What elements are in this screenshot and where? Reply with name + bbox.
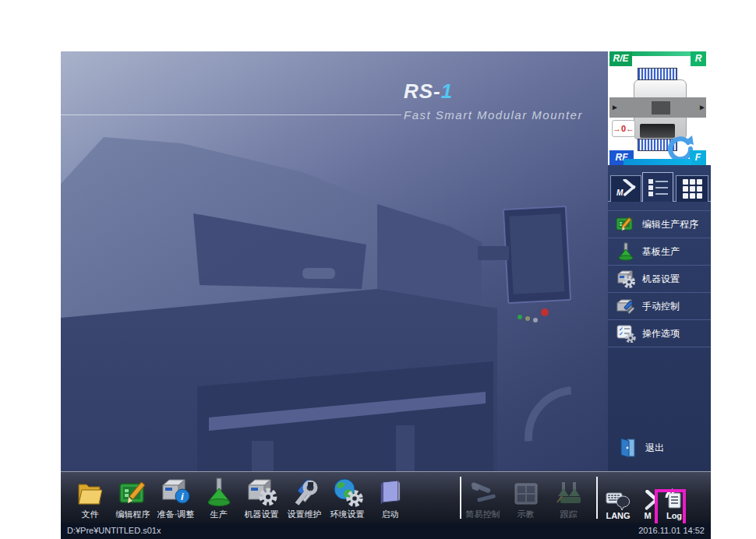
toolbar-item-label: 准备·调整 bbox=[154, 509, 197, 520]
grid-menu-icon bbox=[683, 179, 702, 199]
edit-program-icon bbox=[616, 214, 636, 234]
machine-gear-icon bbox=[240, 476, 283, 507]
machine-photo-monitor-arm bbox=[478, 246, 509, 260]
toolbar-separator bbox=[596, 477, 598, 519]
toolbar-item-label: 设置维护 bbox=[283, 509, 326, 520]
toolbar-item-label: 示教 bbox=[504, 509, 547, 520]
toolbar-item-label: 跟踪 bbox=[547, 509, 590, 520]
toolbar-item-startup[interactable]: 启动 bbox=[369, 476, 412, 520]
operation-options-icon: ✓ ✓ bbox=[616, 323, 636, 343]
task-list-icon bbox=[648, 178, 668, 198]
board-production-icon bbox=[616, 241, 636, 262]
tab-task-list[interactable] bbox=[642, 172, 673, 202]
toolbar-item-label: LANG bbox=[601, 511, 635, 520]
exit-door-icon bbox=[617, 438, 638, 458]
svg-text:i: i bbox=[181, 491, 184, 502]
toolbar-item-label: 启动 bbox=[369, 509, 412, 520]
sidebar-item-operation-options[interactable]: ✓ ✓ 操作选项 bbox=[608, 320, 711, 347]
machine-photo-button bbox=[525, 316, 530, 321]
toolbar-item-label: 编辑程序 bbox=[111, 509, 154, 520]
product-branding: RS-1 Fast Smart Modular Mounter bbox=[404, 79, 583, 122]
machine-photo-button bbox=[533, 318, 538, 322]
toolbar-item-log[interactable]: Log bbox=[660, 487, 688, 520]
tab-machine-tools[interactable]: M bbox=[610, 175, 641, 202]
folder-icon bbox=[69, 476, 111, 507]
toolbar-item-simple-control: 简易控制 bbox=[461, 476, 504, 520]
exit-label: 退出 bbox=[645, 442, 664, 455]
tools-icon bbox=[283, 476, 326, 507]
toolbar-item-label: 文件 bbox=[69, 509, 111, 520]
machine-photo-leg bbox=[252, 441, 274, 471]
toolbar-item-language[interactable]: LANG bbox=[601, 487, 635, 520]
toolbar-item-label: 机器设置 bbox=[240, 509, 283, 520]
language-icon bbox=[601, 487, 635, 510]
sidebar-item-machine-settings[interactable]: 机器设置 bbox=[608, 266, 711, 293]
sidebar-item-label: 机器设置 bbox=[642, 273, 680, 286]
machine-status-schematic: R/E R ► ► →0← RF F bbox=[608, 51, 711, 165]
toolbar-item-trace: 跟踪 bbox=[547, 476, 590, 520]
model-suffix: 1 bbox=[441, 79, 453, 103]
product-model: RS-1 bbox=[404, 79, 583, 104]
window-panes-icon bbox=[504, 476, 547, 507]
sidebar-item-label: 编辑生产程序 bbox=[642, 218, 698, 231]
machine-tools-icon: M bbox=[616, 179, 636, 199]
sidebar-menu-items: 编辑生产程序 基板生产 bbox=[608, 210, 711, 347]
rear-feeder-bank bbox=[638, 68, 677, 80]
front-lane-bar bbox=[624, 159, 691, 165]
main-content-area: RS-1 Fast Smart Modular Mounter bbox=[61, 51, 608, 471]
toolbar-item-prepare-adjust[interactable]: i 准备·调整 bbox=[154, 476, 197, 520]
sidebar: R/E R ► ► →0← RF F bbox=[608, 51, 711, 471]
app-window: RS-1 Fast Smart Modular Mounter R/E R ► … bbox=[61, 51, 711, 539]
hero-underline bbox=[61, 114, 401, 115]
model-prefix: RS- bbox=[404, 79, 441, 103]
toolbar-item-label: Log bbox=[660, 511, 688, 520]
placement-head-icon bbox=[197, 476, 240, 507]
toolbar-item-environment[interactable]: 环境设置 bbox=[326, 476, 369, 520]
sidebar-item-manual-control[interactable]: 手动控制 bbox=[608, 293, 711, 320]
machine-photo-green-button bbox=[518, 315, 522, 319]
sidebar-item-label: 基板生产 bbox=[642, 245, 680, 259]
toolbar-item-label: M bbox=[635, 511, 660, 520]
conveyor-flow-arrow-left: ► bbox=[611, 104, 619, 111]
log-icon bbox=[660, 487, 688, 510]
toolbar-item-label: 生产 bbox=[197, 509, 240, 520]
origin-return-button[interactable]: →0← bbox=[612, 120, 635, 137]
machine-settings-icon bbox=[616, 269, 636, 289]
machine-tools-icon bbox=[635, 487, 660, 510]
toolbar-item-machine-settings[interactable]: 机器设置 bbox=[240, 476, 283, 520]
sidebar-menu: M bbox=[608, 165, 711, 471]
book-icon bbox=[369, 476, 412, 507]
manual-control-icon bbox=[616, 296, 636, 316]
tab-grid-menu[interactable] bbox=[676, 175, 708, 202]
svg-text:M: M bbox=[616, 188, 624, 196]
toolbar-item-edit-program[interactable]: 编辑程序 bbox=[111, 476, 154, 520]
toolbar-item-label: 简易控制 bbox=[461, 509, 504, 520]
machine-photo-leg bbox=[396, 425, 415, 471]
machine-photo-monitor bbox=[503, 206, 571, 304]
toolbar-item-production[interactable]: 生产 bbox=[197, 476, 240, 520]
toolbar-item-machine-tools[interactable]: M bbox=[635, 487, 660, 520]
globe-gear-icon bbox=[326, 476, 369, 507]
conveyor-flow-arrow-right: ► bbox=[698, 104, 706, 111]
toolbar-item-teach: 示教 bbox=[504, 476, 547, 520]
sidebar-item-edit-production-program[interactable]: 编辑生产程序 bbox=[608, 210, 711, 238]
edit-program-icon bbox=[111, 476, 154, 507]
bottom-toolbar: 文件 编辑程序 bbox=[61, 471, 711, 523]
rear-badge: R bbox=[691, 51, 706, 66]
toolbar-item-file[interactable]: 文件 bbox=[69, 476, 111, 520]
machine-photo-handle bbox=[302, 268, 335, 279]
sidebar-item-label: 操作选项 bbox=[642, 327, 680, 340]
svg-text:✓: ✓ bbox=[619, 331, 624, 336]
machine-photo-monitor-screen bbox=[509, 213, 564, 294]
simple-control-icon bbox=[461, 476, 504, 507]
sidebar-item-exit[interactable]: 退出 bbox=[608, 432, 720, 463]
machine-photo-stop-button bbox=[541, 308, 549, 316]
toolbar-item-maintenance[interactable]: 设置维护 bbox=[283, 476, 326, 520]
sidebar-item-label: 手动控制 bbox=[642, 300, 680, 313]
toolbar-item-label: 环境设置 bbox=[326, 509, 369, 520]
product-tagline: Fast Smart Modular Mounter bbox=[404, 108, 583, 122]
machine-photo-cable bbox=[503, 365, 608, 471]
front-badge: F bbox=[690, 150, 706, 165]
status-bar: D:¥Pre¥UNTITLED.s01x 2016.11.01 14:52 bbox=[61, 523, 711, 539]
sidebar-item-board-production[interactable]: 基板生产 bbox=[608, 238, 711, 266]
